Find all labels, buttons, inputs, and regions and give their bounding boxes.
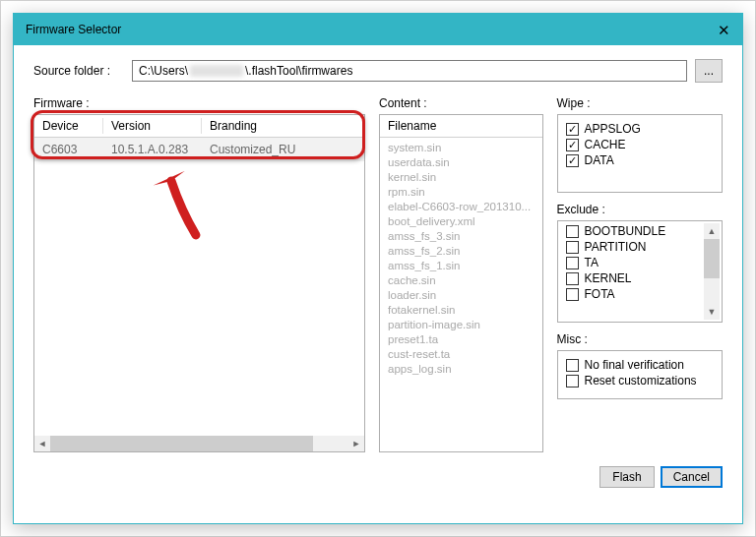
checkbox-label: DATA: [585, 153, 614, 167]
scroll-right-icon[interactable]: ►: [348, 436, 364, 451]
list-item[interactable]: amss_fs_2.sin: [380, 243, 542, 258]
content-column: Content : Filename system.sin userdata.s…: [379, 96, 543, 452]
list-item[interactable]: apps_log.sin: [380, 361, 542, 376]
list-item[interactable]: userdata.sin: [380, 154, 542, 169]
list-item[interactable]: fotakernel.sin: [380, 302, 542, 317]
misc-noverif-row[interactable]: No final verification: [566, 357, 714, 373]
checkbox-label: Reset customizations: [585, 374, 697, 388]
checkbox-icon[interactable]: [566, 225, 579, 238]
misc-panel: No final verification Reset customizatio…: [557, 350, 723, 399]
list-item[interactable]: kernel.sin: [380, 169, 542, 184]
checkbox-icon[interactable]: [566, 123, 579, 136]
redacted-segment: [190, 65, 243, 77]
checkbox-label: CACHE: [585, 138, 626, 151]
source-folder-row: Source folder : C:\Users\ \.flashTool\fi…: [33, 59, 723, 83]
checkbox-label: TA: [585, 256, 598, 269]
exclude-ta-row[interactable]: TA: [566, 255, 704, 270]
exclude-panel: BOOTBUNDLE PARTITION TA KERNEL FOTA ▲ ▼: [557, 220, 723, 323]
list-item[interactable]: cust-reset.ta: [380, 346, 542, 361]
scroll-thumb[interactable]: [50, 436, 313, 451]
checkbox-icon[interactable]: [566, 139, 579, 151]
checkbox-label: PARTITION: [585, 240, 647, 254]
col-header-version[interactable]: Version: [103, 115, 202, 137]
checkbox-label: FOTA: [585, 287, 615, 301]
misc-reset-row[interactable]: Reset customizations: [566, 373, 714, 388]
source-path-prefix: C:\Users\: [139, 64, 188, 78]
main-columns: Firmware : Device Version Branding C6603…: [33, 96, 723, 452]
outer-frame: Firmware Selector ✕ Source folder : C:\U…: [0, 0, 756, 537]
firmware-header-row: Device Version Branding: [34, 115, 364, 138]
checkbox-icon[interactable]: [566, 288, 579, 301]
checkbox-icon[interactable]: [566, 257, 579, 269]
scroll-left-icon[interactable]: ◄: [34, 436, 50, 451]
list-item[interactable]: elabel-C6603-row_201310...: [380, 199, 542, 213]
scroll-track[interactable]: [704, 239, 720, 304]
list-item[interactable]: boot_delivery.xml: [380, 213, 542, 228]
footer: Flash Cancel: [33, 466, 723, 488]
wipe-panel: APPSLOG CACHE DATA: [557, 114, 723, 193]
firmware-cell-branding: Customized_RU: [202, 140, 349, 159]
firmware-cell-device: C6603: [34, 140, 103, 159]
dialog-window: Firmware Selector ✕ Source folder : C:\U…: [13, 13, 743, 524]
exclude-section-label: Exclude :: [557, 203, 723, 216]
window-title: Firmware Selector: [26, 23, 121, 36]
exclude-fota-row[interactable]: FOTA: [566, 286, 704, 302]
checkbox-icon[interactable]: [566, 241, 579, 254]
cancel-button[interactable]: Cancel: [661, 466, 723, 488]
source-folder-label: Source folder :: [33, 64, 124, 78]
exclude-vertical-scrollbar[interactable]: ▲ ▼: [704, 223, 720, 320]
exclude-items: BOOTBUNDLE PARTITION TA KERNEL FOTA: [566, 223, 704, 320]
wipe-appslog-row[interactable]: APPSLOG: [566, 121, 714, 137]
exclude-kernel-row[interactable]: KERNEL: [566, 270, 704, 286]
right-column: Wipe : APPSLOG CACHE DATA Exclude : BOOT…: [557, 96, 723, 452]
wipe-cache-row[interactable]: CACHE: [566, 137, 714, 152]
dialog-body: Source folder : C:\Users\ \.flashTool\fi…: [14, 45, 742, 502]
checkbox-label: KERNEL: [585, 271, 632, 285]
list-item[interactable]: amss_fs_1.sin: [380, 258, 542, 272]
source-path-suffix: \.flashTool\firmwares: [245, 64, 352, 78]
firmware-row[interactable]: C6603 10.5.1.A.0.283 Customized_RU: [34, 138, 364, 161]
checkbox-icon[interactable]: [566, 272, 579, 285]
firmware-body: C6603 10.5.1.A.0.283 Customized_RU: [34, 138, 364, 435]
scroll-thumb[interactable]: [704, 239, 720, 278]
col-header-branding[interactable]: Branding: [202, 115, 349, 137]
checkbox-label: APPSLOG: [585, 122, 641, 136]
wipe-data-row[interactable]: DATA: [566, 152, 714, 168]
firmware-horizontal-scrollbar[interactable]: ◄ ►: [34, 436, 364, 451]
firmware-section-label: Firmware :: [33, 96, 365, 110]
firmware-column: Firmware : Device Version Branding C6603…: [33, 96, 365, 452]
checkbox-label: BOOTBUNDLE: [585, 224, 666, 238]
scroll-down-icon[interactable]: ▼: [704, 304, 720, 320]
list-item[interactable]: preset1.ta: [380, 331, 542, 346]
close-button[interactable]: ✕: [718, 23, 730, 37]
misc-section-label: Misc :: [557, 332, 723, 346]
exclude-bootbundle-row[interactable]: BOOTBUNDLE: [566, 223, 704, 239]
flash-button[interactable]: Flash: [599, 466, 654, 488]
checkbox-icon[interactable]: [566, 154, 579, 167]
col-header-device[interactable]: Device: [34, 115, 103, 137]
list-item[interactable]: partition-image.sin: [380, 317, 542, 331]
list-item[interactable]: cache.sin: [380, 272, 542, 287]
ellipsis-icon: ...: [704, 64, 714, 78]
source-folder-input[interactable]: C:\Users\ \.flashTool\firmwares: [132, 60, 687, 82]
content-header-filename[interactable]: Filename: [380, 115, 542, 138]
content-section-label: Content :: [379, 96, 543, 110]
list-item[interactable]: system.sin: [380, 140, 542, 154]
content-file-list: system.sin userdata.sin kernel.sin rpm.s…: [380, 138, 542, 378]
firmware-panel: Device Version Branding C6603 10.5.1.A.0…: [33, 114, 365, 452]
list-item[interactable]: amss_fs_3.sin: [380, 228, 542, 243]
checkbox-icon[interactable]: [566, 359, 579, 372]
checkbox-label: No final verification: [585, 358, 684, 372]
wipe-section-label: Wipe :: [557, 96, 723, 110]
scroll-up-icon[interactable]: ▲: [704, 223, 720, 239]
scroll-track[interactable]: [50, 436, 348, 451]
titlebar: Firmware Selector ✕: [14, 14, 742, 45]
content-panel: Filename system.sin userdata.sin kernel.…: [379, 114, 543, 452]
list-item[interactable]: rpm.sin: [380, 184, 542, 199]
checkbox-icon[interactable]: [566, 375, 579, 388]
exclude-partition-row[interactable]: PARTITION: [566, 239, 704, 255]
firmware-cell-version: 10.5.1.A.0.283: [103, 140, 202, 159]
browse-button[interactable]: ...: [695, 59, 723, 83]
list-item[interactable]: loader.sin: [380, 287, 542, 302]
